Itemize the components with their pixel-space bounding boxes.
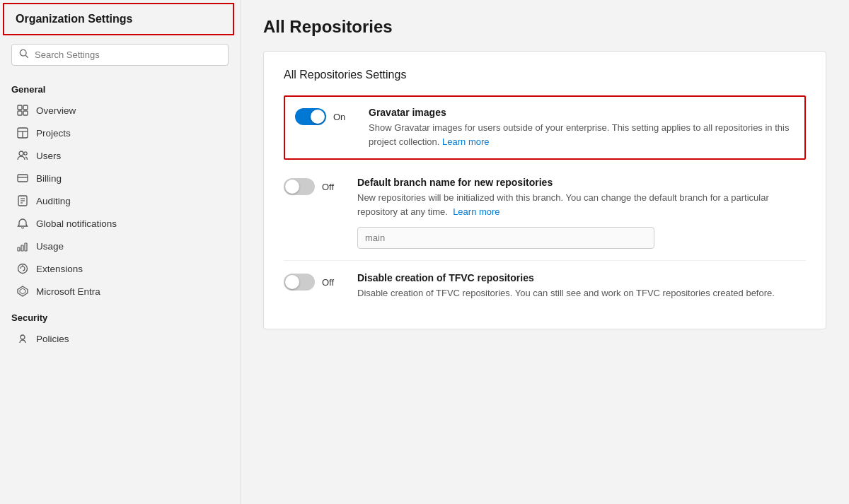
sidebar-item-billing[interactable]: Billing (0, 167, 240, 189)
search-box[interactable] (11, 44, 229, 66)
svg-rect-17 (18, 247, 20, 251)
org-settings-title: Organization Settings (3, 3, 234, 35)
extensions-icon (16, 262, 29, 275)
gravatar-toggle-thumb (311, 110, 325, 124)
tfvc-toggle-label: Off (322, 277, 334, 288)
svg-rect-11 (18, 175, 28, 182)
section-header-general: General (0, 77, 240, 99)
gravatar-desc: Show Gravatar images for users outside o… (369, 121, 795, 148)
svg-point-9 (19, 151, 23, 156)
policies-icon (16, 332, 29, 345)
tfvc-title: Disable creation of TFVC repositories (357, 272, 806, 283)
gravatar-setting-row: On Gravatar images Show Gravatar images … (284, 95, 806, 160)
sidebar-item-users-label: Users (36, 151, 61, 161)
default-branch-title: Default branch name for new repositories (357, 177, 806, 188)
sidebar-item-overview[interactable]: Overview (0, 99, 240, 122)
default-branch-learn-more[interactable]: Learn more (453, 206, 499, 217)
usage-icon (16, 240, 29, 252)
gravatar-learn-more[interactable]: Learn more (442, 136, 489, 147)
sidebar-item-policies-label: Policies (36, 334, 69, 344)
tfvc-info: Disable creation of TFVC repositories Di… (357, 272, 806, 300)
sidebar-item-usage-label: Usage (36, 241, 64, 252)
svg-rect-5 (23, 111, 28, 115)
sidebar-item-extensions-label: Extensions (36, 264, 83, 274)
sidebar-item-auditing[interactable]: Auditing (0, 189, 240, 212)
svg-rect-3 (23, 105, 28, 110)
default-branch-setting-row: Off Default branch name for new reposito… (284, 165, 806, 261)
svg-point-24 (21, 335, 25, 339)
svg-point-0 (20, 49, 26, 56)
gravatar-desc-text: Show Gravatar images for users outside o… (369, 122, 789, 147)
sidebar-item-projects[interactable]: Projects (0, 122, 240, 144)
auditing-icon (16, 194, 29, 207)
gravatar-title: Gravatar images (369, 107, 795, 118)
users-icon (16, 149, 29, 162)
sidebar-item-usage[interactable]: Usage (0, 235, 240, 257)
svg-rect-19 (25, 243, 27, 251)
sidebar-item-policies[interactable]: Policies (0, 327, 240, 350)
sidebar-item-overview-label: Overview (36, 105, 76, 116)
sidebar-item-extensions[interactable]: Extensions (0, 257, 240, 280)
gravatar-toggle-label: On (333, 112, 345, 122)
sidebar-item-global-notifications[interactable]: Global notifications (0, 212, 240, 235)
sidebar-item-users[interactable]: Users (0, 144, 240, 167)
sidebar-item-microsoft-entra[interactable]: Microsoft Entra (0, 280, 240, 303)
gravatar-toggle-area: On (295, 107, 352, 125)
tfvc-toggle-area: Off (284, 272, 340, 291)
main-content: All Repositories All Repositories Settin… (241, 0, 849, 504)
search-input[interactable] (35, 49, 221, 60)
notifications-icon (16, 217, 29, 230)
sidebar-item-auditing-label: Auditing (36, 196, 71, 206)
overview-icon (16, 104, 29, 117)
svg-line-1 (25, 55, 28, 58)
tfvc-setting-row: Off Disable creation of TFVC repositorie… (284, 261, 806, 312)
gravatar-toggle[interactable] (295, 108, 326, 125)
sidebar-item-global-notifications-label: Global notifications (36, 218, 117, 229)
sidebar: Organization Settings General Overview (0, 0, 241, 504)
svg-marker-22 (18, 286, 28, 296)
sidebar-item-projects-label: Projects (36, 128, 71, 139)
svg-point-10 (24, 152, 27, 155)
svg-rect-18 (21, 245, 23, 251)
default-branch-desc-text: New repositories will be initialized wit… (357, 192, 769, 217)
default-branch-desc: New repositories will be initialized wit… (357, 191, 806, 218)
card-section-title: All Repositories Settings (284, 69, 806, 81)
billing-icon (16, 172, 29, 184)
default-branch-toggle-label: Off (322, 182, 334, 192)
default-branch-info: Default branch name for new repositories… (357, 177, 806, 249)
svg-rect-2 (18, 105, 22, 110)
svg-rect-4 (18, 111, 22, 115)
default-branch-toggle-area: Off (284, 177, 340, 195)
default-branch-input[interactable] (357, 227, 654, 249)
default-branch-toggle-thumb (285, 180, 299, 194)
default-branch-toggle[interactable] (284, 178, 315, 195)
svg-marker-23 (20, 288, 25, 294)
settings-card: All Repositories Settings On Gravatar im… (263, 51, 826, 329)
tfvc-toggle-thumb (285, 275, 299, 289)
page-title: All Repositories (263, 17, 826, 37)
projects-icon (16, 127, 29, 139)
sidebar-item-billing-label: Billing (36, 173, 62, 184)
gravatar-info: Gravatar images Show Gravatar images for… (369, 107, 795, 148)
sidebar-item-microsoft-entra-label: Microsoft Entra (36, 286, 100, 297)
tfvc-toggle[interactable] (284, 274, 315, 291)
section-header-security: Security (0, 305, 240, 327)
tfvc-desc: Disable creation of TFVC repositories. Y… (357, 286, 806, 300)
search-icon (19, 49, 29, 61)
entra-icon (16, 285, 29, 298)
